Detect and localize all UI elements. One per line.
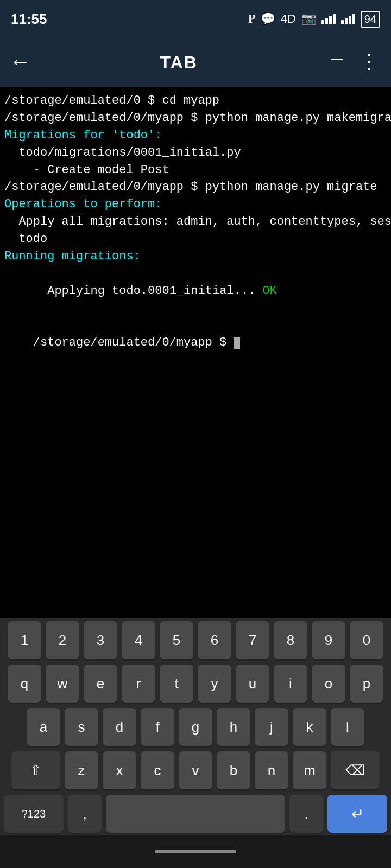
instagram-icon: 📷 bbox=[301, 12, 316, 26]
key-x[interactable]: x bbox=[103, 751, 136, 789]
key-c[interactable]: c bbox=[141, 751, 174, 789]
key-y[interactable]: y bbox=[198, 665, 231, 703]
tab-button[interactable]: TAB bbox=[160, 53, 198, 73]
terminal-line-1: /storage/emulated/0 $ cd myapp bbox=[4, 92, 387, 110]
terminal-line-10: Running migrations: bbox=[4, 248, 387, 265]
key-a[interactable]: a bbox=[27, 708, 60, 746]
key-1[interactable]: 1 bbox=[8, 621, 41, 659]
key-k[interactable]: k bbox=[293, 708, 326, 746]
key-f[interactable]: f bbox=[141, 708, 174, 746]
terminal[interactable]: /storage/emulated/0 $ cd myapp /storage/… bbox=[0, 87, 391, 580]
key-r[interactable]: r bbox=[122, 665, 155, 703]
key-l[interactable]: l bbox=[331, 708, 364, 746]
key-t[interactable]: t bbox=[160, 665, 193, 703]
shift-key[interactable]: ⇧ bbox=[11, 751, 60, 789]
key-e[interactable]: e bbox=[84, 665, 117, 703]
messenger-icon: 💬 bbox=[261, 12, 275, 26]
comma-key[interactable]: , bbox=[68, 795, 102, 833]
menu-button[interactable]: ⋮ bbox=[359, 50, 377, 74]
terminal-cursor bbox=[234, 337, 240, 349]
toolbar: ← TAB — ⋮ bbox=[0, 38, 391, 87]
terminal-line-11: Applying todo.0001_initial... OK bbox=[4, 265, 387, 317]
key-z[interactable]: z bbox=[65, 751, 98, 789]
keyboard: 1 2 3 4 5 6 7 8 9 0 q w e r t y u i o p … bbox=[0, 618, 391, 835]
status-time: 11:55 bbox=[11, 11, 47, 28]
home-indicator[interactable] bbox=[155, 850, 236, 853]
toolbar-right: — ⋮ bbox=[331, 50, 377, 75]
data-icon: 4D bbox=[281, 12, 296, 26]
zxcv-row: ⇧ z x c v b n m ⌫ bbox=[0, 749, 391, 792]
period-key[interactable]: . bbox=[289, 795, 323, 833]
status-icons: 𝐏 💬 4D 📷 94 bbox=[248, 11, 380, 28]
key-5[interactable]: 5 bbox=[160, 621, 193, 659]
terminal-line-3: Migrations for 'todo': bbox=[4, 127, 387, 144]
key-m[interactable]: m bbox=[293, 751, 326, 789]
terminal-line-6: /storage/emulated/0/myapp $ python manag… bbox=[4, 178, 387, 196]
backspace-key[interactable]: ⌫ bbox=[331, 751, 380, 789]
key-0[interactable]: 0 bbox=[350, 621, 383, 659]
terminal-line-9: todo bbox=[4, 231, 387, 248]
number-row: 1 2 3 4 5 6 7 8 9 0 bbox=[0, 618, 391, 662]
key-p[interactable]: p bbox=[350, 665, 383, 703]
parking-icon: 𝐏 bbox=[248, 12, 255, 26]
key-d[interactable]: d bbox=[103, 708, 136, 746]
space-key[interactable] bbox=[106, 795, 285, 833]
status-bar: 11:55 𝐏 💬 4D 📷 94 bbox=[0, 0, 391, 38]
key-6[interactable]: 6 bbox=[198, 621, 231, 659]
terminal-line-5: - Create model Post bbox=[4, 162, 387, 179]
key-2[interactable]: 2 bbox=[46, 621, 79, 659]
key-q[interactable]: q bbox=[8, 665, 41, 703]
battery-icon: 94 bbox=[361, 11, 380, 28]
enter-key[interactable]: ↵ bbox=[327, 795, 387, 833]
key-8[interactable]: 8 bbox=[274, 621, 307, 659]
nav-bar bbox=[0, 835, 391, 868]
terminal-line-8: Apply all migrations: admin, auth, conte… bbox=[4, 213, 387, 231]
key-s[interactable]: s bbox=[65, 708, 98, 746]
symbols-key[interactable]: ?123 bbox=[4, 795, 64, 833]
key-w[interactable]: w bbox=[46, 665, 79, 703]
key-j[interactable]: j bbox=[255, 708, 288, 746]
key-3[interactable]: 3 bbox=[84, 621, 117, 659]
terminal-line-4: todo/migrations/0001_initial.py bbox=[4, 144, 387, 162]
key-n[interactable]: n bbox=[255, 751, 288, 789]
key-g[interactable]: g bbox=[179, 708, 212, 746]
signal-bars-left bbox=[321, 14, 336, 24]
key-o[interactable]: o bbox=[312, 665, 345, 703]
terminal-line-2: /storage/emulated/0/myapp $ python manag… bbox=[4, 110, 387, 127]
key-v[interactable]: v bbox=[179, 751, 212, 789]
key-h[interactable]: h bbox=[217, 708, 250, 746]
minimize-button[interactable]: — bbox=[331, 50, 343, 75]
key-u[interactable]: u bbox=[236, 665, 269, 703]
terminal-line-7: Operations to perform: bbox=[4, 196, 387, 213]
signal-bars-right bbox=[341, 14, 355, 24]
ok-text: OK bbox=[262, 284, 276, 298]
qwerty-row: q w e r t y u i o p bbox=[0, 662, 391, 705]
bottom-row: ?123 , . ↵ bbox=[0, 792, 391, 835]
asdf-row: a s d f g h j k l bbox=[0, 705, 391, 749]
key-i[interactable]: i bbox=[274, 665, 307, 703]
key-b[interactable]: b bbox=[217, 751, 250, 789]
key-7[interactable]: 7 bbox=[236, 621, 269, 659]
back-button[interactable]: ← bbox=[14, 50, 27, 75]
terminal-line-12: /storage/emulated/0/myapp $ bbox=[4, 317, 387, 369]
key-4[interactable]: 4 bbox=[122, 621, 155, 659]
key-9[interactable]: 9 bbox=[312, 621, 345, 659]
